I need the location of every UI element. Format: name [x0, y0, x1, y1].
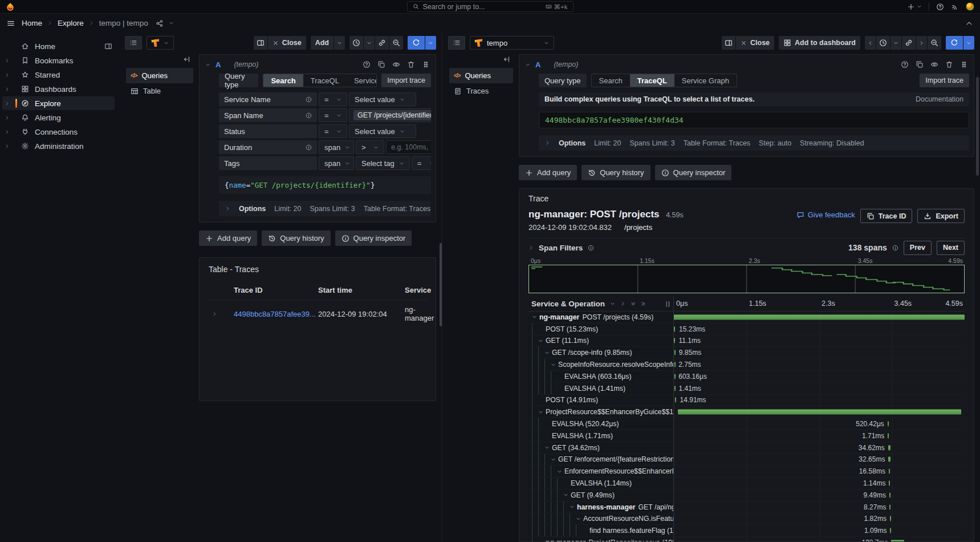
span-row[interactable]: ng-managerPOST /projects (4.59s) — [528, 312, 965, 323]
sidebar-item-alerting[interactable]: Alerting — [2, 111, 115, 124]
span-collapse-icon[interactable] — [538, 540, 546, 541]
chevron-down-icon[interactable] — [525, 62, 530, 67]
trace-id-button[interactable]: Trace ID — [860, 209, 913, 223]
span-duration-bar[interactable] — [889, 469, 890, 474]
span-row[interactable]: ng-managerProjectRepository.save (198.7m… — [528, 537, 965, 541]
span-duration-bar[interactable] — [675, 398, 676, 403]
service-name-operator[interactable]: = — [319, 92, 347, 106]
span-timeline-cell[interactable]: 520.42μs — [674, 418, 965, 430]
add-query-button[interactable]: Add query — [519, 165, 577, 180]
span-timeline-cell[interactable]: 1.14ms — [674, 478, 965, 489]
span-row[interactable]: POST (14.91ms)14.91ms — [528, 395, 965, 407]
sidebar-item-home[interactable]: Home — [2, 39, 115, 53]
span-row[interactable]: AccountResourceNG.isFeatureFlagEn1.82ms — [528, 513, 965, 525]
query-type-tab-search[interactable]: Search — [263, 74, 303, 87]
run-query-caret-right[interactable] — [963, 36, 974, 50]
status-value[interactable]: Select value — [349, 124, 416, 138]
sidebar-item-administration[interactable]: Administration — [2, 139, 115, 153]
export-button[interactable]: Export — [917, 209, 965, 223]
side-tab-table[interactable]: Table — [126, 83, 193, 99]
span-timeline-cell[interactable]: 1.82ms — [674, 513, 965, 525]
span-row[interactable]: EVALSHA (603.16μs)603.16μs — [528, 371, 965, 383]
span-name-value[interactable]: GET /projects/{identifier} — [349, 108, 431, 122]
help-icon[interactable] — [901, 60, 909, 68]
span-timeline-cell[interactable]: 1.09ms — [674, 525, 965, 536]
span-row[interactable]: ProjectResource$$EnhancerByGuice$$136533… — [528, 406, 965, 418]
minimap-canvas[interactable] — [528, 265, 965, 293]
query-history-button[interactable]: Query history — [582, 165, 650, 180]
sidebar-item-bookmarks[interactable]: Bookmarks — [2, 54, 115, 67]
span-duration-bar[interactable] — [889, 504, 890, 509]
add-button[interactable]: Add — [311, 36, 334, 50]
span-duration-bar[interactable] — [674, 362, 676, 367]
help-icon[interactable] — [936, 3, 944, 11]
span-duration-bar[interactable] — [888, 457, 890, 462]
span-collapse-icon[interactable] — [563, 492, 571, 497]
span-timeline-cell[interactable]: 1.41ms — [674, 383, 965, 394]
column-resize-handle[interactable]: || — [666, 300, 670, 307]
span-collapse-icon[interactable] — [544, 445, 552, 450]
span-row[interactable]: EVALSHA (520.42μs)520.42μs — [528, 418, 965, 430]
time-picker-caret[interactable] — [364, 36, 375, 50]
chevron-down-icon[interactable] — [205, 62, 210, 67]
duplicate-query-icon[interactable] — [916, 60, 924, 68]
next-button[interactable]: Next — [937, 241, 965, 255]
span-filters-label[interactable]: Span Filters — [539, 244, 583, 252]
span-collapse-icon[interactable] — [538, 338, 546, 343]
chevron-down-icon[interactable] — [169, 21, 174, 26]
right-pane-scrollbar[interactable] — [975, 72, 979, 542]
span-duration-bar[interactable] — [674, 338, 675, 343]
breadcrumb-home[interactable]: Home — [22, 19, 42, 27]
split-pane-button[interactable] — [722, 36, 735, 50]
collapse-sidebar-icon[interactable] — [183, 55, 191, 63]
split-pane-button[interactable] — [254, 36, 267, 50]
span-collapse-icon[interactable] — [551, 457, 558, 462]
move-pane-right-button[interactable] — [916, 36, 927, 50]
span-row[interactable]: GET /scope-info (9.85ms)9.85ms — [528, 347, 965, 359]
span-timeline-cell[interactable]: 32.65ms — [674, 454, 965, 466]
span-collapse-icon[interactable] — [576, 516, 583, 521]
query-inspector-button[interactable]: Query inspector — [655, 165, 732, 180]
span-collapse-icon[interactable] — [544, 350, 552, 355]
span-timeline-cell[interactable]: 198.7ms — [674, 537, 965, 541]
add-query-button[interactable]: Add query — [199, 230, 257, 246]
span-duration-bar[interactable] — [674, 374, 676, 379]
delete-query-icon[interactable] — [407, 60, 415, 68]
options-summary-right[interactable]: Options Limit: 20Spans Limit: 3Table For… — [539, 135, 969, 151]
drag-handle-icon[interactable] — [960, 60, 968, 68]
span-timeline-cell[interactable]: 34.62ms — [674, 442, 965, 454]
run-query-caret-left[interactable] — [425, 36, 436, 50]
span-timeline-cell[interactable] — [674, 312, 965, 323]
span-duration-bar[interactable] — [890, 516, 891, 521]
span-collapse-icon[interactable] — [538, 410, 546, 415]
span-duration-bar[interactable] — [888, 445, 890, 450]
datasource-picker-right[interactable]: tempo — [470, 36, 554, 50]
query-type-tab-service-graph[interactable]: Service Graph — [347, 74, 377, 87]
time-picker-caret[interactable] — [890, 36, 901, 50]
options-summary-left[interactable]: Options Limit: 20Spans Limit: 3Table For… — [219, 201, 431, 216]
tags-tag-select[interactable]: Select tag — [356, 156, 410, 170]
duration-scope[interactable]: span — [319, 140, 354, 154]
span-row[interactable]: POST (15.23ms)15.23ms — [528, 323, 965, 335]
query-rows-icon[interactable] — [125, 36, 142, 50]
query-rows-icon[interactable] — [448, 36, 465, 50]
mega-menu-icon[interactable] — [7, 19, 15, 27]
grafana-logo-icon[interactable] — [6, 2, 15, 11]
search-input[interactable]: Search or jump to... ⌘+k — [407, 1, 574, 12]
datasource-picker-left[interactable] — [147, 36, 174, 50]
tags-scope[interactable]: span — [319, 156, 354, 170]
span-row[interactable]: harness-managerGET /api/ng/account8.27ms — [528, 501, 965, 513]
span-row[interactable]: GET (34.62ms)34.62ms — [528, 442, 965, 454]
expand-all-icon[interactable] — [641, 301, 646, 306]
side-tab-traces[interactable]: Traces — [449, 83, 513, 99]
span-row[interactable]: EVALSHA (1.41ms)1.41ms — [528, 383, 965, 395]
query-type-tab-search[interactable]: Search — [592, 74, 630, 87]
add-to-dashboard-button[interactable]: Add to dashboard — [779, 36, 860, 50]
sidebar-item-dashboards[interactable]: Dashboards — [2, 82, 115, 96]
span-collapse-icon[interactable] — [557, 469, 564, 474]
query-type-tab-traceql[interactable]: TraceQL — [630, 74, 674, 87]
span-duration-bar[interactable] — [674, 314, 965, 319]
query-inspector-button[interactable]: Query inspector — [335, 230, 412, 246]
span-timeline-cell[interactable]: 14.91ms — [674, 395, 965, 406]
duration-input[interactable] — [386, 140, 431, 154]
